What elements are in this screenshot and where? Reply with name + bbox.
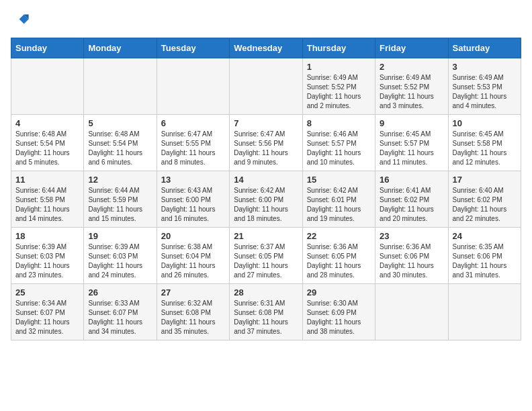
- day-number: 10: [453, 118, 517, 128]
- calendar-cell: 7Sunrise: 6:47 AM Sunset: 5:56 PM Daylig…: [230, 115, 302, 171]
- calendar-cell: 25Sunrise: 6:34 AM Sunset: 6:07 PM Dayli…: [11, 284, 84, 340]
- day-info: Sunrise: 6:31 AM Sunset: 6:08 PM Dayligh…: [234, 299, 298, 336]
- header-monday: Monday: [84, 38, 157, 58]
- day-info: Sunrise: 6:34 AM Sunset: 6:07 PM Dayligh…: [15, 299, 79, 336]
- day-number: 3: [453, 62, 517, 72]
- day-number: 12: [88, 175, 152, 185]
- calendar-cell: 3Sunrise: 6:49 AM Sunset: 5:53 PM Daylig…: [448, 58, 521, 115]
- week-row-3: 11Sunrise: 6:44 AM Sunset: 5:58 PM Dayli…: [11, 171, 521, 228]
- day-number: 23: [380, 231, 443, 241]
- calendar-cell: 23Sunrise: 6:36 AM Sunset: 6:06 PM Dayli…: [375, 228, 448, 284]
- day-info: Sunrise: 6:35 AM Sunset: 6:06 PM Dayligh…: [453, 242, 517, 280]
- day-info: Sunrise: 6:38 AM Sunset: 6:04 PM Dayligh…: [161, 242, 225, 280]
- calendar-cell: 9Sunrise: 6:45 AM Sunset: 5:57 PM Daylig…: [375, 115, 448, 171]
- day-number: 9: [380, 118, 443, 128]
- day-info: Sunrise: 6:39 AM Sunset: 6:03 PM Dayligh…: [88, 242, 152, 280]
- day-info: Sunrise: 6:44 AM Sunset: 5:59 PM Dayligh…: [88, 186, 152, 224]
- day-number: 20: [161, 231, 225, 241]
- day-number: 15: [307, 175, 371, 185]
- day-number: 2: [380, 62, 443, 72]
- calendar-cell: 28Sunrise: 6:31 AM Sunset: 6:08 PM Dayli…: [230, 284, 302, 340]
- day-info: Sunrise: 6:40 AM Sunset: 6:02 PM Dayligh…: [453, 186, 517, 224]
- day-info: Sunrise: 6:49 AM Sunset: 5:52 PM Dayligh…: [380, 73, 443, 111]
- calendar-cell: 13Sunrise: 6:43 AM Sunset: 6:00 PM Dayli…: [157, 171, 229, 228]
- week-row-1: 1Sunrise: 6:49 AM Sunset: 5:52 PM Daylig…: [11, 58, 521, 115]
- day-number: 7: [234, 118, 298, 128]
- day-info: Sunrise: 6:45 AM Sunset: 5:57 PM Dayligh…: [380, 130, 443, 167]
- calendar-cell: 8Sunrise: 6:46 AM Sunset: 5:57 PM Daylig…: [302, 115, 375, 171]
- day-info: Sunrise: 6:47 AM Sunset: 5:55 PM Dayligh…: [161, 130, 225, 167]
- day-info: Sunrise: 6:43 AM Sunset: 6:00 PM Dayligh…: [161, 186, 225, 224]
- calendar-cell: [11, 58, 84, 115]
- calendar-cell: 19Sunrise: 6:39 AM Sunset: 6:03 PM Dayli…: [84, 228, 157, 284]
- calendar-cell: [157, 58, 229, 115]
- calendar-cell: 15Sunrise: 6:42 AM Sunset: 6:01 PM Dayli…: [302, 171, 375, 228]
- calendar-cell: 27Sunrise: 6:32 AM Sunset: 6:08 PM Dayli…: [157, 284, 229, 340]
- day-number: 25: [15, 287, 79, 298]
- day-number: 17: [453, 175, 517, 185]
- day-info: Sunrise: 6:32 AM Sunset: 6:08 PM Dayligh…: [161, 299, 225, 336]
- day-number: 8: [307, 118, 371, 128]
- logo-icon: [11, 11, 30, 30]
- header-thursday: Thursday: [302, 38, 375, 58]
- calendar-cell: 22Sunrise: 6:36 AM Sunset: 6:05 PM Dayli…: [302, 228, 375, 284]
- day-number: 5: [88, 118, 152, 128]
- day-info: Sunrise: 6:49 AM Sunset: 5:53 PM Dayligh…: [453, 73, 517, 111]
- calendar-cell: 12Sunrise: 6:44 AM Sunset: 5:59 PM Dayli…: [84, 171, 157, 228]
- header-sunday: Sunday: [11, 38, 84, 58]
- day-info: Sunrise: 6:42 AM Sunset: 6:01 PM Dayligh…: [307, 186, 371, 224]
- day-number: 28: [234, 287, 298, 298]
- calendar-cell: [448, 284, 521, 340]
- day-number: 29: [307, 287, 371, 298]
- calendar-header: SundayMondayTuesdayWednesdayThursdayFrid…: [11, 38, 521, 58]
- day-number: 16: [380, 175, 443, 185]
- calendar-cell: [375, 284, 448, 340]
- day-info: Sunrise: 6:47 AM Sunset: 5:56 PM Dayligh…: [234, 130, 298, 167]
- calendar-cell: [84, 58, 157, 115]
- day-info: Sunrise: 6:41 AM Sunset: 6:02 PM Dayligh…: [380, 186, 443, 224]
- day-number: 18: [15, 231, 79, 241]
- day-number: 22: [307, 231, 371, 241]
- logo: [11, 11, 32, 30]
- day-number: 27: [161, 287, 225, 298]
- day-info: Sunrise: 6:49 AM Sunset: 5:52 PM Dayligh…: [307, 73, 371, 111]
- calendar-cell: 29Sunrise: 6:30 AM Sunset: 6:09 PM Dayli…: [302, 284, 375, 340]
- calendar-cell: 2Sunrise: 6:49 AM Sunset: 5:52 PM Daylig…: [375, 58, 448, 115]
- week-row-5: 25Sunrise: 6:34 AM Sunset: 6:07 PM Dayli…: [11, 284, 521, 340]
- calendar-cell: 18Sunrise: 6:39 AM Sunset: 6:03 PM Dayli…: [11, 228, 84, 284]
- day-number: 19: [88, 231, 152, 241]
- header-saturday: Saturday: [448, 38, 521, 58]
- calendar-cell: 10Sunrise: 6:45 AM Sunset: 5:58 PM Dayli…: [448, 115, 521, 171]
- day-info: Sunrise: 6:39 AM Sunset: 6:03 PM Dayligh…: [15, 242, 79, 280]
- calendar-cell: 21Sunrise: 6:37 AM Sunset: 6:05 PM Dayli…: [230, 228, 302, 284]
- day-number: 14: [234, 175, 298, 185]
- calendar-cell: 20Sunrise: 6:38 AM Sunset: 6:04 PM Dayli…: [157, 228, 229, 284]
- calendar-cell: 1Sunrise: 6:49 AM Sunset: 5:52 PM Daylig…: [302, 58, 375, 115]
- calendar-cell: 5Sunrise: 6:48 AM Sunset: 5:54 PM Daylig…: [84, 115, 157, 171]
- day-number: 26: [88, 287, 152, 298]
- header-row: SundayMondayTuesdayWednesdayThursdayFrid…: [11, 38, 521, 58]
- day-info: Sunrise: 6:42 AM Sunset: 6:00 PM Dayligh…: [234, 186, 298, 224]
- day-info: Sunrise: 6:45 AM Sunset: 5:58 PM Dayligh…: [453, 130, 517, 167]
- calendar-table: SundayMondayTuesdayWednesdayThursdayFrid…: [11, 38, 521, 340]
- page-header: [11, 11, 521, 30]
- day-info: Sunrise: 6:30 AM Sunset: 6:09 PM Dayligh…: [307, 299, 371, 336]
- day-info: Sunrise: 6:44 AM Sunset: 5:58 PM Dayligh…: [15, 186, 79, 224]
- week-row-4: 18Sunrise: 6:39 AM Sunset: 6:03 PM Dayli…: [11, 228, 521, 284]
- calendar-cell: 26Sunrise: 6:33 AM Sunset: 6:07 PM Dayli…: [84, 284, 157, 340]
- calendar-cell: 4Sunrise: 6:48 AM Sunset: 5:54 PM Daylig…: [11, 115, 84, 171]
- calendar-body: 1Sunrise: 6:49 AM Sunset: 5:52 PM Daylig…: [11, 58, 521, 340]
- day-number: 1: [307, 62, 371, 72]
- calendar-cell: 6Sunrise: 6:47 AM Sunset: 5:55 PM Daylig…: [157, 115, 229, 171]
- calendar-cell: 17Sunrise: 6:40 AM Sunset: 6:02 PM Dayli…: [448, 171, 521, 228]
- header-tuesday: Tuesday: [157, 38, 229, 58]
- day-number: 6: [161, 118, 225, 128]
- day-info: Sunrise: 6:36 AM Sunset: 6:06 PM Dayligh…: [380, 242, 443, 280]
- day-info: Sunrise: 6:48 AM Sunset: 5:54 PM Dayligh…: [15, 130, 79, 167]
- header-friday: Friday: [375, 38, 448, 58]
- day-number: 4: [15, 118, 79, 128]
- day-info: Sunrise: 6:48 AM Sunset: 5:54 PM Dayligh…: [88, 130, 152, 167]
- day-info: Sunrise: 6:36 AM Sunset: 6:05 PM Dayligh…: [307, 242, 371, 280]
- day-info: Sunrise: 6:37 AM Sunset: 6:05 PM Dayligh…: [234, 242, 298, 280]
- calendar-cell: 11Sunrise: 6:44 AM Sunset: 5:58 PM Dayli…: [11, 171, 84, 228]
